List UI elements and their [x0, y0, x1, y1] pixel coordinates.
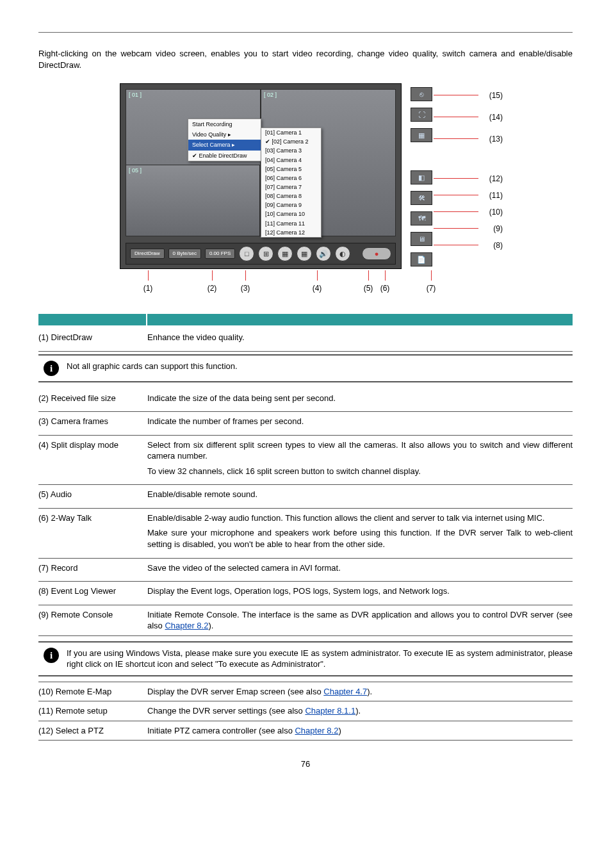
audio-button[interactable]: 🔊	[316, 246, 331, 261]
table-row: (1) DirectDrawEnhance the video quality.	[38, 328, 573, 352]
callout-line: (15)	[434, 95, 478, 95]
intro-text: Right-clicking on the webcam video scree…	[38, 48, 573, 70]
ptz-icon[interactable]: ◧	[411, 170, 432, 184]
ptz-select-icon[interactable]: ▦	[411, 128, 432, 142]
submenu-item[interactable]: [06] Camera 6	[261, 174, 321, 183]
context-menu[interactable]: Start Recording Video Quality ▸ Select C…	[188, 119, 261, 161]
callout-label: (13)	[489, 134, 503, 144]
fps-chip: 0.00 FPS	[205, 249, 235, 259]
info-box-1: i Not all graphic cards can support this…	[38, 354, 573, 382]
row-label: (5) Audio	[38, 489, 147, 504]
split-9-button[interactable]: ▦	[277, 246, 293, 261]
submenu-item[interactable]: [03] Camera 3	[261, 146, 321, 155]
table-row: (11) Remote setupChange the DVR server s…	[38, 701, 573, 721]
exit-icon[interactable]: ⎋	[411, 87, 432, 101]
row-label: (9) Remote Console	[38, 609, 147, 632]
webcam-screenshot: [ 01 ] [ 02 ] [ 05 ] Start Recording Vid…	[120, 83, 402, 269]
page-number: 76	[38, 758, 573, 770]
info-icon: i	[44, 648, 59, 663]
row-body: Display the Event logs, Operation logs, …	[147, 585, 573, 601]
callout-label: (5)	[364, 283, 373, 293]
callout-line: (11)	[434, 195, 478, 195]
submenu-item[interactable]: [05] Camera 5	[261, 165, 321, 174]
fullscreen-icon[interactable]: ⛶	[411, 108, 432, 122]
table-row: (3) Camera framesIndicate the number of …	[38, 412, 573, 436]
talk-button[interactable]: ◐	[335, 246, 350, 261]
side-icon-stack: ⎋ ⛶ ▦ ◧ 🛠 🗺 🖥 📄	[408, 87, 435, 266]
info-icon: i	[44, 361, 59, 376]
remote-setup-icon[interactable]: 🛠	[411, 191, 432, 205]
row-body: Select from six different split screen t…	[147, 439, 573, 481]
record-button[interactable]: ●	[362, 247, 391, 260]
callout-label: (2)	[208, 283, 217, 293]
callout-label: (14)	[489, 112, 503, 122]
menu-item-start-recording[interactable]: Start Recording	[188, 119, 261, 129]
table-row: (9) Remote Console Initiate Remote Conso…	[38, 605, 573, 636]
callout-line: (12)	[434, 178, 478, 179]
callout-line: (8)	[434, 245, 478, 245]
table-row: (5) AudioEnable/disable remote sound.	[38, 485, 573, 509]
row-label: (11) Remote setup	[38, 705, 147, 717]
table-row: (2) Received file sizeIndicate the size …	[38, 389, 573, 413]
submenu-item[interactable]: [10] Camera 10	[261, 209, 321, 218]
row-body: Indicate the size of the data being sent…	[147, 393, 573, 408]
row-label: (6) 2-Way Talk	[38, 512, 147, 554]
submenu-item[interactable]: [02] Camera 2	[261, 137, 321, 146]
table-row: (4) Split display modeSelect from six di…	[38, 436, 573, 486]
table-row: (10) Remote E-MapDisplay the DVR server …	[38, 682, 573, 702]
row-label: (10) Remote E-Map	[38, 686, 147, 698]
info-text: If you are using Windows Vista, please m…	[67, 648, 573, 670]
row-label: (8) Event Log Viewer	[38, 585, 147, 601]
callout-tick	[212, 270, 213, 281]
table-row: (6) 2-Way TalkEnable/disable 2-way audio…	[38, 509, 573, 559]
submenu-item[interactable]: [09] Camera 9	[261, 201, 321, 209]
row-body: Initiate PTZ camera controller (see also…	[147, 725, 573, 737]
callout-label: (9)	[493, 224, 503, 234]
callout-tick	[431, 270, 432, 281]
submenu-item[interactable]: [01] Camera 1	[261, 128, 321, 137]
remote-emap-icon[interactable]: 🗺	[411, 211, 432, 225]
menu-item-select-camera[interactable]: Select Camera ▸	[188, 140, 261, 150]
chapter-link[interactable]: Chapter 8.2	[165, 621, 208, 630]
callout-label: (3)	[241, 283, 250, 293]
row-body: Enable/disable 2-way audio function. Thi…	[147, 512, 573, 554]
split-16-button[interactable]: ▦	[297, 246, 312, 261]
table-row: (12) Select a PTZInitiate PTZ camera con…	[38, 721, 573, 741]
directdraw-chip: DirectDraw	[130, 249, 165, 259]
split-1-button[interactable]: □	[239, 246, 254, 261]
row-label: (3) Camera frames	[38, 416, 147, 431]
info-text: Not all graphic cards can support this f…	[67, 361, 573, 372]
callout-tick	[368, 270, 369, 281]
submenu-item[interactable]: [11] Camera 11	[261, 219, 321, 228]
chapter-link[interactable]: Chapter 4.7	[323, 687, 367, 696]
event-log-icon[interactable]: 📄	[411, 252, 432, 266]
table-header-bar	[38, 314, 573, 325]
video-pane-3: [ 05 ]	[126, 165, 260, 236]
chapter-link[interactable]: Chapter 8.2	[295, 726, 338, 735]
split-4-button[interactable]: ⊞	[258, 246, 273, 261]
menu-item-video-quality[interactable]: Video Quality ▸	[188, 129, 261, 140]
row-body: Indicate the number of frames per second…	[147, 416, 573, 431]
row-body: Enable/disable remote sound.	[147, 489, 573, 504]
player-bottom-bar: DirectDraw 0 Byte/sec 0.00 FPS □ ⊞ ▦ ▦ 🔊…	[126, 243, 396, 265]
submenu-item[interactable]: [07] Camera 7	[261, 183, 321, 192]
row-body: Display the DVR server Emap screen (see …	[147, 686, 573, 698]
table-row: (7) RecordSave the video of the selected…	[38, 559, 573, 582]
top-rule	[38, 32, 573, 33]
submenu-item[interactable]: [04] Camera 4	[261, 156, 321, 165]
submenu-item[interactable]: [12] Camera 12	[261, 228, 321, 237]
callout-line: (9)	[434, 228, 478, 229]
remote-console-icon[interactable]: 🖥	[411, 232, 432, 246]
submenu-item[interactable]: [08] Camera 8	[261, 192, 321, 201]
bottom-callouts: (1)(2)(3)(4)(5)(6)(7)	[120, 270, 459, 301]
callout-line: (13)	[434, 138, 478, 139]
menu-item-enable-directdraw[interactable]: Enable DirectDraw	[188, 151, 261, 161]
camera-submenu[interactable]: [01] Camera 1 [02] Camera 2 [03] Camera …	[261, 127, 322, 238]
chapter-link[interactable]: Chapter 8.1.1	[305, 706, 355, 716]
callout-label: (1)	[143, 283, 153, 293]
row-label: (1) DirectDraw	[38, 332, 147, 347]
callout-label: (6)	[380, 283, 390, 293]
callout-label: (7)	[427, 283, 436, 293]
annotated-screenshot: [ 01 ] [ 02 ] [ 05 ] Start Recording Vid…	[101, 83, 510, 301]
info-box-2: i If you are using Windows Vista, please…	[38, 641, 573, 676]
